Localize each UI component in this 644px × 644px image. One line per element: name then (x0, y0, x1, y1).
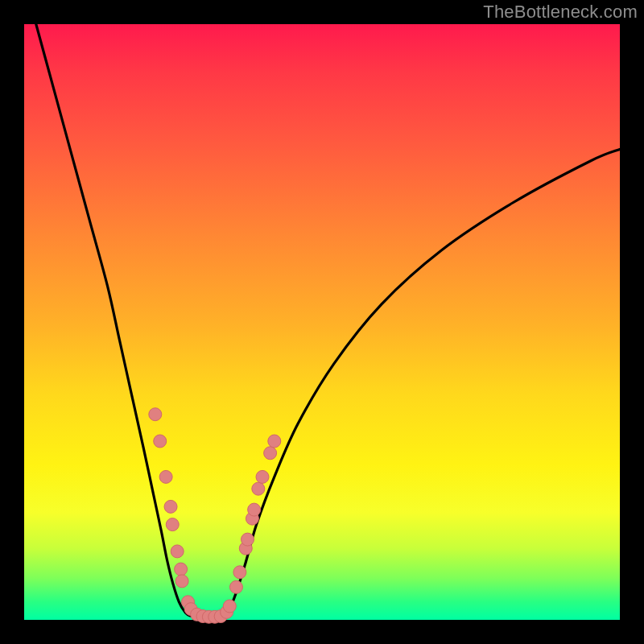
marker-dot (252, 482, 265, 495)
plot-svg (24, 24, 620, 620)
marker-dot (256, 470, 269, 483)
marker-dot (175, 575, 188, 588)
watermark-text: TheBottleneck.com (483, 2, 638, 23)
marker-dot (154, 435, 167, 448)
marker-dot (171, 545, 184, 558)
plot-area (24, 24, 620, 620)
bottleneck-curve (36, 24, 620, 617)
marker-dot (268, 435, 281, 448)
marker-dot (223, 600, 236, 613)
marker-dot (248, 503, 261, 516)
chart-frame: TheBottleneck.com (0, 0, 644, 644)
marker-dot (175, 563, 188, 576)
marker-dot (229, 580, 242, 593)
marker-dot (233, 566, 246, 579)
marker-dot (164, 500, 177, 513)
marker-dot (159, 470, 172, 483)
marker-dot (149, 408, 162, 421)
marker-group (149, 408, 281, 624)
marker-dot (264, 447, 277, 460)
marker-dot (166, 518, 179, 531)
marker-dot (242, 533, 254, 546)
